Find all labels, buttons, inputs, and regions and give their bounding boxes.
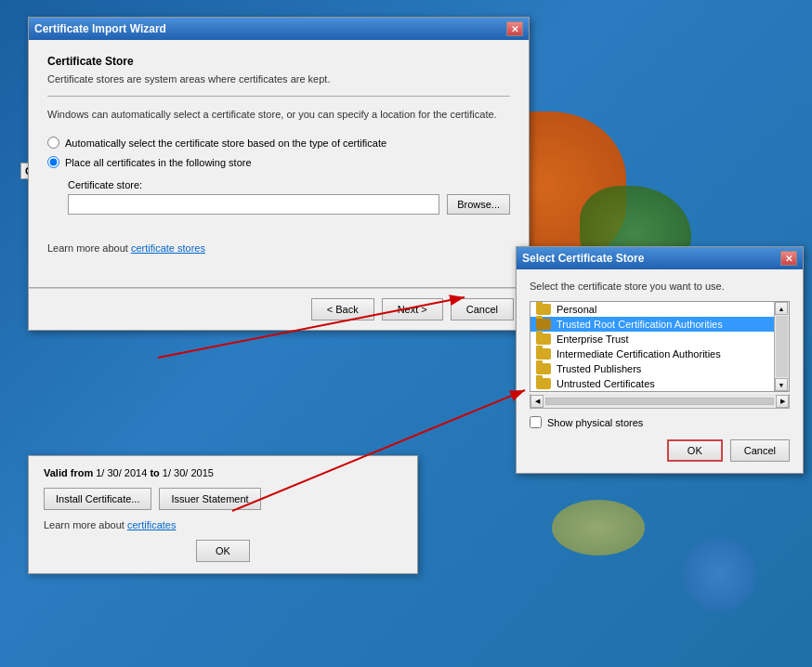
cert-store-input[interactable]: [68, 194, 439, 215]
select-cert-content: Select the certificate store you want to…: [517, 269, 803, 473]
scroll-left-btn[interactable]: ◀: [530, 395, 544, 408]
cert-info-panel: Valid from 1/ 30/ 2014 to 1/ 30/ 2015 In…: [28, 455, 418, 574]
certificates-link[interactable]: certificates: [127, 519, 177, 530]
cert-ok-row: OK: [44, 540, 402, 562]
cert-stores-link[interactable]: certificate stores: [131, 242, 205, 254]
wizard-footer: < Back Next > Cancel: [29, 288, 529, 330]
scroll-right-btn[interactable]: ▶: [776, 395, 789, 408]
wizard-title-bar: Certificate Import Wizard ✕: [29, 18, 529, 40]
select-cert-desc: Select the certificate store you want to…: [530, 281, 790, 292]
radio-manual-label: Place all certificates in the following …: [65, 157, 252, 168]
show-physical-row: Show physical stores: [530, 416, 790, 428]
valid-to-value: 1/ 30/ 2015: [163, 467, 214, 478]
scroll-down-btn[interactable]: ▼: [775, 378, 788, 391]
vert-scrollbar: ▲ ▼: [774, 302, 789, 391]
folder-icon-publishers: [536, 363, 551, 374]
wizard-body-text: Windows can automatically select a certi…: [47, 108, 510, 122]
cert-info-buttons: Install Certificate... Issuer Statement: [44, 488, 402, 510]
issuer-statement-button[interactable]: Issuer Statement: [159, 488, 260, 510]
radio-manual[interactable]: [47, 156, 59, 168]
scroll-up-btn[interactable]: ▲: [775, 302, 788, 315]
folder-icon-personal: [536, 304, 551, 315]
valid-from-value: 1/ 30/ 2014: [96, 467, 147, 478]
folder-icon-untrusted: [536, 378, 551, 389]
select-cert-ok-button[interactable]: OK: [667, 439, 723, 462]
select-cert-footer: OK Cancel: [530, 439, 790, 462]
radio-auto-option[interactable]: Automatically select the certificate sto…: [47, 137, 510, 149]
cert-import-wizard: Certificate Import Wizard ✕ Certificate …: [28, 17, 530, 331]
cert-list-item-publishers[interactable]: Trusted Publishers: [530, 361, 774, 376]
select-cert-dialog: Select Certificate Store ✕ Select the ce…: [516, 246, 804, 474]
folder-icon-trusted-root: [536, 319, 551, 330]
scroll-thumb: [776, 316, 788, 377]
cert-list-item-untrusted[interactable]: Untrusted Certificates: [530, 376, 774, 391]
cert-list-item-enterprise[interactable]: Enterprise Trust: [530, 332, 774, 347]
cert-list-item-trusted-root[interactable]: Trusted Root Certification Authorities: [530, 317, 774, 332]
folder-icon-intermediate: [536, 348, 551, 360]
deco-blue-flower: [682, 537, 756, 611]
wizard-close-button[interactable]: ✕: [506, 21, 523, 36]
install-certificate-button[interactable]: Install Certificate...: [44, 488, 151, 510]
cert-ok-button[interactable]: OK: [196, 540, 250, 562]
cancel-button[interactable]: Cancel: [451, 298, 514, 320]
wizard-section-desc: Certificate stores are system areas wher…: [47, 73, 510, 85]
back-button[interactable]: < Back: [311, 298, 374, 320]
browse-button[interactable]: Browse...: [447, 194, 510, 215]
valid-from-label: Valid from: [44, 467, 93, 478]
cert-store-input-row: Browse...: [68, 194, 510, 215]
radio-group: Automatically select the certificate sto…: [47, 137, 510, 168]
cert-learn-more: Learn more about certificates: [44, 519, 402, 530]
horiz-track: [545, 398, 774, 405]
select-cert-cancel-button[interactable]: Cancel: [730, 439, 790, 462]
wizard-title-buttons: ✕: [506, 21, 523, 36]
folder-icon-enterprise: [536, 334, 551, 345]
to-label: to: [150, 467, 159, 478]
radio-auto-label: Automatically select the certificate sto…: [65, 137, 386, 149]
next-button[interactable]: Next >: [382, 298, 443, 320]
radio-auto[interactable]: [47, 137, 59, 149]
deco-yellow: [552, 500, 645, 556]
wizard-divider: [47, 96, 510, 97]
horiz-scrollbar: ◀ ▶: [530, 394, 790, 409]
show-physical-checkbox[interactable]: [530, 416, 542, 428]
wizard-title: Certificate Import Wizard: [34, 22, 166, 35]
select-cert-title-buttons: ✕: [780, 251, 797, 266]
cert-list-items: Personal Trusted Root Certification Auth…: [530, 302, 774, 391]
learn-more-text: Learn more about certificate stores: [47, 242, 510, 254]
radio-manual-option[interactable]: Place all certificates in the following …: [47, 156, 510, 168]
cert-validity-row: Valid from 1/ 30/ 2014 to 1/ 30/ 2015: [44, 467, 402, 478]
wizard-section-title: Certificate Store: [47, 55, 510, 68]
cert-store-label: Certificate store:: [68, 179, 510, 190]
show-physical-label: Show physical stores: [547, 417, 643, 428]
cert-list-item-intermediate[interactable]: Intermediate Certification Authorities: [530, 347, 774, 361]
cert-list-with-scroll: Personal Trusted Root Certification Auth…: [530, 302, 789, 391]
wizard-content: Certificate Store Certificate stores are…: [29, 40, 529, 287]
select-cert-title-bar: Select Certificate Store ✕: [517, 247, 803, 269]
select-cert-close-button[interactable]: ✕: [780, 251, 797, 266]
desktop: C Certificate Import Wizard ✕ Certificat…: [0, 0, 812, 667]
select-cert-title: Select Certificate Store: [522, 252, 644, 265]
cert-list-item-personal[interactable]: Personal: [530, 302, 774, 317]
cert-list-container: Personal Trusted Root Certification Auth…: [530, 301, 790, 392]
